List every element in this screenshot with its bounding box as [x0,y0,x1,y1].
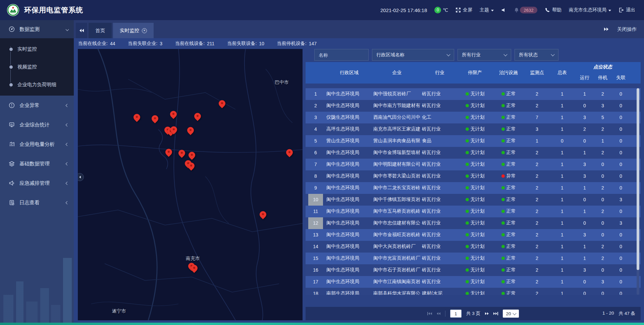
org-menu[interactable]: 南充市生态环境局 [569,7,611,13]
volume-icon[interactable] [501,7,506,13]
name-filter-input[interactable] [314,49,369,61]
table-row[interactable]: 17 阆中生态环境局 阆中市江南镇阆南页岩 砖瓦行业 无计划 正常 2 1 0 … [306,276,641,288]
cell-facility-status: 正常 [492,253,525,264]
notifications[interactable]: 2632 [514,7,537,13]
cell-company: 阆中强锐页岩砖厂 [373,88,421,100]
first-page-button[interactable] [427,312,432,315]
table-row[interactable]: 12 阆中生态环境局 阆中市忠信建材有限公 砖瓦行业 无计划 正常 2 1 0 … [306,217,641,229]
status-dot [466,233,469,236]
map-pin[interactable] [133,114,140,121]
tab-home[interactable]: 首页 [89,23,112,38]
region-filter-select[interactable]: 行政区域名称 [372,49,454,61]
cell-industry: 砖瓦行业 [421,182,458,194]
map-pin[interactable] [189,152,195,159]
cell-points: 1 [525,135,549,147]
table-row[interactable]: 14 阆中生态环境局 阆中大兴页岩机砖厂 砖瓦行业 无计划 正常 2 1 1 2… [306,241,641,253]
sidebar-item-data-monitor[interactable]: 数据监测 [0,20,74,38]
table-row[interactable]: 13 阆中生态环境局 阆中市金福旺页岩机砖 砖瓦行业 无计划 正常 2 1 3 … [306,229,641,241]
vertical-scrollbar[interactable] [637,88,639,295]
status-dot [466,151,469,154]
status-filter-select[interactable]: 所有状态 [515,49,558,61]
column-header-facility[interactable]: 治污设施 [492,62,525,84]
tab-realtime-monitor[interactable]: 实时监控 [113,23,154,38]
column-header-points[interactable]: 监测点 [525,62,549,84]
sidebar-item-power-load-detail[interactable]: 企业电力负荷明细 [0,76,74,94]
next-page-button[interactable] [485,312,489,315]
industry-filter-select[interactable]: 所有行业 [458,49,511,61]
page-size-select[interactable]: 20 [503,310,519,318]
map-pin[interactable] [260,211,266,218]
map-roads [78,49,303,320]
cell-stop: 0 [594,159,612,170]
fullscreen-button[interactable]: 全屏 [455,7,472,13]
map-pin[interactable] [170,111,177,118]
theme-menu[interactable]: 主题 [480,7,494,13]
map-pin[interactable] [286,149,293,156]
scrollbar-thumb[interactable] [637,88,639,270]
cell-region: 阆中生态环境局 [326,88,373,100]
cell-index: 6 [306,147,326,159]
table-row[interactable]: 6 阆中生态环境局 阆中市金博瑞新型墙材 砖瓦行业 无计划 正常 2 1 1 2… [306,147,641,159]
chevron-down-icon [446,52,450,56]
map-pin[interactable] [152,115,158,122]
column-header-run[interactable]: 运行 [576,72,594,84]
column-header-lost[interactable]: 失联 [612,72,630,84]
tabs-scroll-left-button[interactable] [76,23,87,38]
help-button[interactable]: 帮助 [545,7,561,13]
cell-company: 南充市高坪区王家店建 [373,123,421,135]
map-pin[interactable] [187,127,194,134]
sidebar-item-base-data[interactable]: 基础数据管理 [0,154,74,173]
table-row[interactable]: 4 高坪生态环境局 南充市高坪区王家店建 砖瓦行业 无计划 正常 3 1 2 2… [306,123,641,135]
sidebar-item-emergency-reduction[interactable]: 应急减排管理 [0,173,74,193]
map-pin[interactable] [178,150,185,157]
table-row[interactable]: 16 阆中生态环境局 阆中市石子页岩机砖厂 砖瓦行业 无计划 正常 2 1 3 … [306,264,641,276]
table-row[interactable]: 5 营山生态环境局 营山县润丰肉食品有限 食品 无计划 正常 1 0 0 1 0 [306,135,641,147]
table-row[interactable]: 15 阆中生态环境局 阆中市光富页岩机砖厂 砖瓦行业 无计划 正常 2 1 1 … [306,253,641,264]
column-header-industry[interactable]: 行业 [421,62,458,84]
tab-close-icon[interactable] [142,28,147,33]
sidebar-item-logs[interactable]: 日志查看 [0,193,74,212]
cell-index: 4 [306,123,326,135]
cell-limit-status: 无计划 [458,147,492,159]
column-header-company[interactable]: 企业 [373,62,421,84]
map-pin[interactable] [219,100,225,107]
map-pin[interactable] [194,113,201,120]
table-row[interactable]: 1 阆中生态环境局 阆中强锐页岩砖厂 砖瓦行业 无计划 正常 2 1 1 2 0 [306,88,641,100]
table-row[interactable]: 9 阆中生态环境局 阆中市二龙长宝页岩砖 砖瓦行业 无计划 正常 2 1 1 2… [306,182,641,194]
table-row[interactable]: 7 阆中生态环境局 阆中明阳建材有限公司 砖瓦行业 无计划 正常 2 1 3 0… [306,159,641,170]
table-row[interactable]: 11 阆中生态环境局 阆中市五马桥页岩机砖 砖瓦行业 无计划 正常 2 1 1 … [306,206,641,217]
map[interactable]: 巴中市南充市遂宁市 [78,49,303,320]
org-name: 南充市生态环境局 [569,7,606,13]
column-header-meters[interactable]: 总表 [549,62,576,84]
column-header-stop[interactable]: 停机 [594,72,612,84]
table-row[interactable]: 18 南部生态环境局 南部县科华水泥有限公 建材(水泥 无计划 正常 2 1 0… [306,288,641,295]
map-pin[interactable] [165,149,172,156]
column-header-region[interactable]: 行政区域 [326,62,373,84]
sidebar-item-enterprise-abnormal[interactable]: 企业异常 [0,96,74,115]
table-row[interactable]: 2 阆中生态环境局 阆中市南方节能建材有 砖瓦行业 无计划 正常 2 1 0 3… [306,100,641,112]
cell-stop: 0 [594,264,612,276]
map-pin[interactable] [170,126,177,133]
sidebar-item-label: 基础数据管理 [19,161,50,167]
column-header-limit[interactable]: 停限产 [458,62,492,84]
close-operations-button[interactable]: 关闭操作 [617,26,637,33]
logout-button[interactable]: 退出 [619,7,635,13]
cell-index: 12 [306,217,326,229]
table-row[interactable]: 3 仪陇生态环境局 西南油气田分公司川中 化工 无计划 正常 7 1 3 5 0 [306,112,641,123]
stat-value: 3 [160,41,162,46]
sidebar-item-realtime-monitor[interactable]: 实时监控 [0,40,74,58]
sidebar-item-power-analysis[interactable]: 企业用电量分析 [0,134,74,154]
cell-company: 阆中市五马桥页岩机砖 [373,206,421,217]
cell-lost: 0 [612,170,630,182]
last-page-button[interactable] [493,312,498,315]
tabs-scroll-right-button[interactable] [604,28,608,31]
table-row[interactable]: 8 阆中生态环境局 阆中市枣碧大梁山页岩 砖瓦行业 无计划 异常 2 1 3 0… [306,170,641,182]
map-pin[interactable] [188,163,195,169]
sidebar-item-enterprise-statistics[interactable]: 企业综合统计 [0,115,74,134]
sidebar-item-video-monitor[interactable]: 视频监控 [0,58,74,76]
map-pin[interactable] [191,265,198,272]
table-row[interactable]: 10 阆中生态环境局 阆中千佛镇五郎垭页岩 砖瓦行业 无计划 正常 2 1 0 … [306,194,641,206]
prev-page-button[interactable] [437,312,440,315]
page-number-input[interactable] [450,310,462,318]
stats-bar: 当前在线企业: 44 当前失联企业: 3 当前在线设备: 211 当前失联设备:… [74,38,644,49]
